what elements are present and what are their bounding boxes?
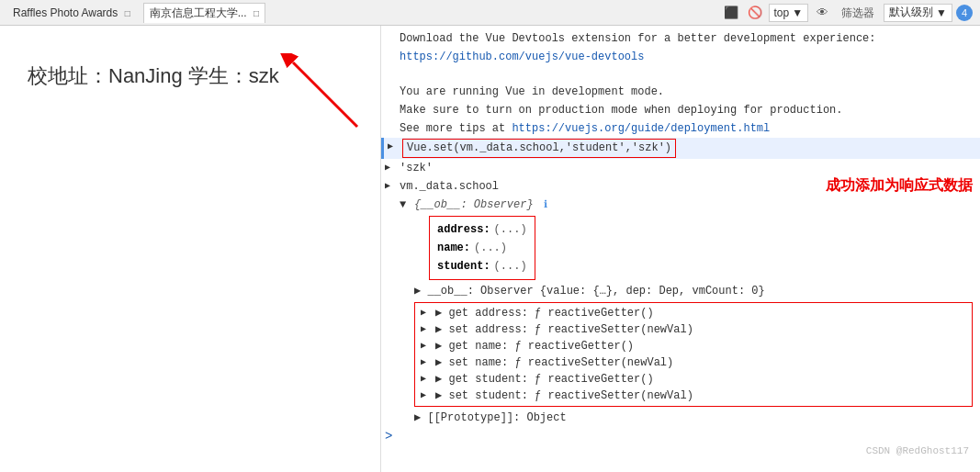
reactive-set-name: ▶ ▶ set name: ƒ reactiveSetter(newVal) xyxy=(421,354,966,371)
expand-icon[interactable]: ▶ xyxy=(421,338,435,354)
console-observer-text: {__ob__: Observer} ℹ xyxy=(414,197,973,213)
console-szk-line: ▶ 'szk' xyxy=(381,159,980,177)
prop-name-key: name: xyxy=(437,239,470,257)
console-szk-text: 'szk' xyxy=(400,160,973,176)
svg-line-1 xyxy=(293,62,357,127)
console-prompt-text: > xyxy=(385,428,973,444)
console-ob-line: ▶ __ob__: Observer {value: {…}, dep: Dep… xyxy=(411,282,980,300)
console-tips-text: See more tips at https://vuejs.org/guide… xyxy=(400,120,973,137)
success-text: 成功添加为响应式数据 xyxy=(826,178,973,195)
reactive-set-student: ▶ ▶ set student: ƒ reactiveSetter(newVal… xyxy=(421,388,966,404)
console-devmode-text: You are running Vue in development mode. xyxy=(400,84,973,100)
prop-address-key: address: xyxy=(437,220,490,239)
expand-observer-icon[interactable]: ▼ xyxy=(400,197,414,213)
console-panel: Download the Vue Devtools extension for … xyxy=(381,26,980,472)
top-bar: Raffles Photo Awards □ 南京信息工程大学... □ ⬛ 🚫… xyxy=(0,0,980,26)
prop-student-key: student: xyxy=(437,257,490,275)
console-vue-set-text: Vue.set(vm._data.school,'student','szk') xyxy=(402,139,973,158)
reactive-set-name-text: ▶ set name: ƒ reactiveSetter(newVal) xyxy=(435,354,966,371)
console-line-production: Make sure to turn on production mode whe… xyxy=(381,101,980,119)
top-dropdown[interactable]: top ▼ xyxy=(769,4,809,22)
level-dropdown[interactable]: 默认级别 ▼ xyxy=(884,4,952,22)
expand-icon[interactable]: ▶ xyxy=(421,305,435,321)
reactive-get-name: ▶ ▶ get name: ƒ reactiveGetter() xyxy=(421,338,966,354)
reactive-get-student: ▶ ▶ get student: ƒ reactiveGetter() xyxy=(421,371,966,388)
tab-nanjing[interactable]: 南京信息工程大学... □ xyxy=(143,3,265,23)
reactive-get-address: ▶ ▶ get address: ƒ reactiveGetter() xyxy=(421,305,966,321)
console-empty-line xyxy=(381,66,980,83)
info-icon[interactable]: ℹ xyxy=(544,199,547,210)
console-production-text: Make sure to turn on production mode whe… xyxy=(400,102,973,118)
console-text: Download the Vue Devtools extension for … xyxy=(400,30,973,47)
prop-address-line: address: (...) xyxy=(437,220,527,239)
reactive-get-name-text: ▶ get name: ƒ reactiveGetter() xyxy=(435,338,966,354)
prop-name-line: name: (...) xyxy=(437,239,527,257)
console-vm-school-line: ▶ vm._data.school 成功添加为响应式数据 xyxy=(381,177,980,196)
watermark: CSDN @RedGhost117 xyxy=(381,445,980,460)
console-observer-line: ▼ {__ob__: Observer} ℹ xyxy=(381,196,980,214)
expand-icon[interactable]: ▶ xyxy=(421,321,435,338)
reactive-set-address: ▶ ▶ set address: ƒ reactiveSetter(newVal… xyxy=(421,321,966,338)
console-vm-school-text: vm._data.school xyxy=(400,178,815,195)
toolbar-eye-btn[interactable]: 👁 xyxy=(812,3,832,23)
red-arrow-icon xyxy=(279,53,362,140)
filter-button[interactable]: 筛选器 xyxy=(836,4,880,22)
expand-icon[interactable]: ▶ xyxy=(421,354,435,371)
badge-button[interactable]: 4 xyxy=(956,5,973,21)
console-prototype-line: ▶ [[Prototype]]: Object xyxy=(411,409,980,427)
expand-icon[interactable]: ▶ xyxy=(421,388,435,404)
console-line: Download the Vue Devtools extension for … xyxy=(381,29,980,48)
console-bottom-prompt[interactable]: > xyxy=(381,427,980,445)
tab-close-raffles[interactable]: □ xyxy=(125,8,130,18)
reactive-get-address-text: ▶ get address: ƒ reactiveGetter() xyxy=(435,305,966,321)
expand-icon[interactable]: ▶ xyxy=(421,371,435,388)
tabs-area: Raffles Photo Awards □ 南京信息工程大学... □ xyxy=(7,3,265,23)
devtools-link[interactable]: https://github.com/vuejs/vue-devtools xyxy=(400,51,644,63)
object-props-box: address: (...) name: (...) student: (...… xyxy=(429,216,535,280)
reactive-get-student-text: ▶ get student: ƒ reactiveGetter() xyxy=(435,371,966,388)
toolbar-icons: ⬛ 🚫 top ▼ 👁 筛选器 默认级别 ▼ 4 xyxy=(721,3,973,23)
tab-raffles[interactable]: Raffles Photo Awards □ xyxy=(7,5,136,21)
console-line-tips: See more tips at https://vuejs.org/guide… xyxy=(381,119,980,138)
console-prototype-text: ▶ [[Prototype]]: Object xyxy=(414,410,973,426)
vue-set-command: Vue.set(vm._data.school,'student','szk') xyxy=(402,139,676,158)
console-link-text[interactable]: https://github.com/vuejs/vue-devtools xyxy=(400,49,973,65)
reactive-set-student-text: ▶ set student: ƒ reactiveSetter(newVal) xyxy=(435,388,966,404)
prop-student-line: student: (...) xyxy=(437,257,527,275)
console-vue-set-line: ▶ Vue.set(vm._data.school,'student','szk… xyxy=(381,138,980,159)
reactive-methods-box: ▶ ▶ get address: ƒ reactiveGetter() ▶ ▶ … xyxy=(414,302,973,407)
toolbar-cancel-btn[interactable]: 🚫 xyxy=(745,3,765,23)
left-panel: 校地址：NanJing 学生：szk xyxy=(0,26,381,472)
main-area: 校地址：NanJing 学生：szk Download the Vue Devt… xyxy=(0,26,980,472)
prop-student-val: (...) xyxy=(494,257,527,275)
tab-close-nanjing[interactable]: □ xyxy=(253,8,259,18)
toolbar-save-btn[interactable]: ⬛ xyxy=(721,3,741,23)
console-line-dev: You are running Vue in development mode. xyxy=(381,83,980,101)
prop-address-val: (...) xyxy=(494,220,527,239)
deployment-link[interactable]: https://vuejs.org/guide/deployment.html xyxy=(512,122,770,135)
console-line-link: https://github.com/vuejs/vue-devtools xyxy=(381,48,980,66)
prop-name-val: (...) xyxy=(474,239,507,257)
expand-icon[interactable]: ▶ xyxy=(385,178,400,195)
reactive-set-address-text: ▶ set address: ƒ reactiveSetter(newVal) xyxy=(435,321,966,338)
console-ob-text: ▶ __ob__: Observer {value: {…}, dep: Dep… xyxy=(414,283,973,299)
expand-icon[interactable]: ▶ xyxy=(388,139,402,155)
expand-icon[interactable]: ▶ xyxy=(385,160,400,176)
